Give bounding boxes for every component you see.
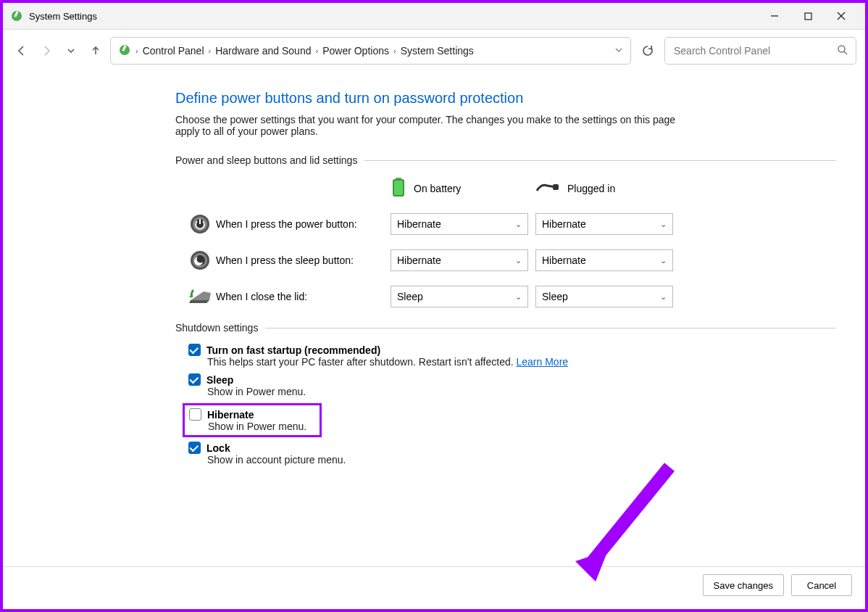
lid-battery-select[interactable]: Sleep⌄ [391,286,528,307]
refresh-button[interactable] [635,38,660,63]
minimize-button[interactable] [758,4,791,28]
save-changes-button[interactable]: Save changes [703,574,784,596]
svg-point-8 [838,46,845,52]
recent-dropdown[interactable] [61,41,81,61]
section-shutdown-label: Shutdown settings [175,322,258,334]
fast-startup-checkbox[interactable] [188,344,201,356]
sleep-button-icon [184,249,216,271]
hibernate-desc: Show in Power menu. [208,421,315,432]
app-icon [10,9,23,22]
navigation-bar: › Control Panel › Hardware and Sound › P… [3,30,865,72]
section-power-lid-label: Power and sleep buttons and lid settings [175,154,357,166]
sleep-title: Sleep [206,374,233,386]
svg-rect-13 [553,184,559,190]
window-title: System Settings [29,11,758,22]
sleep-button-label: When I press the sleep button: [216,255,391,266]
breadcrumb-separator: › [209,46,212,55]
sleep-checkbox[interactable] [188,373,201,386]
power-button-label: When I press the power button: [216,218,391,230]
close-button[interactable] [825,4,858,28]
col-battery-label: On battery [414,183,461,194]
breadcrumb-separator: › [135,46,138,55]
svg-rect-3 [805,13,811,20]
breadcrumb-separator: › [393,46,396,55]
chevron-down-icon: ⌄ [660,256,667,265]
forward-button[interactable] [36,41,57,61]
section-power-lid: Power and sleep buttons and lid settings [175,154,836,166]
svg-rect-12 [394,181,403,195]
power-button-plugged-select[interactable]: Hibernate⌄ [535,213,673,235]
lock-checkbox[interactable] [188,442,201,454]
hibernate-title: Hibernate [207,409,254,421]
location-icon [118,44,131,59]
breadcrumb-system-settings[interactable]: System Settings [401,45,474,57]
battery-icon [391,176,406,200]
lid-plugged-select[interactable]: Sleep⌄ [535,286,673,307]
svg-line-21 [590,467,669,565]
learn-more-link[interactable]: Learn More [517,356,569,368]
sleep-button-battery-select[interactable]: Hibernate⌄ [391,249,528,271]
cancel-button[interactable]: Cancel [791,574,852,596]
breadcrumb-power-options[interactable]: Power Options [322,45,389,57]
hibernate-checkbox[interactable] [189,408,201,421]
hibernate-item: Hibernate Show in Power menu. [189,408,315,432]
search-box[interactable] [664,37,856,65]
svg-line-9 [844,51,847,54]
fast-startup-desc: This helps start your PC faster after sh… [207,356,514,368]
power-button-battery-select[interactable]: Hibernate⌄ [391,213,528,235]
fast-startup-title: Turn on fast startup (recommended) [206,344,380,356]
address-bar[interactable]: › Control Panel › Hardware and Sound › P… [110,37,631,65]
hibernate-highlight: Hibernate Show in Power menu. [183,403,322,437]
footer: Save changes Cancel [3,566,865,603]
chevron-down-icon: ⌄ [660,292,667,302]
sleep-desc: Show in Power menu. [207,386,836,397]
section-shutdown: Shutdown settings [175,322,836,334]
page-description: Choose the power settings that you want … [175,114,690,137]
page-title: Define power buttons and turn on passwor… [175,90,836,107]
breadcrumb-hardware-sound[interactable]: Hardware and Sound [215,45,311,57]
lock-desc: Show in account picture menu. [207,454,836,466]
maximize-button[interactable] [791,4,825,28]
lock-title: Lock [206,442,230,454]
chevron-down-icon: ⌄ [515,292,522,302]
chevron-down-icon: ⌄ [515,256,522,265]
col-plugged-label: Plugged in [567,183,615,194]
plug-icon [535,181,560,196]
lid-icon [184,287,216,306]
up-button[interactable] [85,41,106,61]
address-dropdown[interactable] [614,45,623,57]
sleep-item: Sleep Show in Power menu. [188,373,836,397]
search-icon [837,44,848,58]
chevron-down-icon: ⌄ [660,220,667,229]
breadcrumb-separator: › [315,46,318,55]
lock-item: Lock Show in account picture menu. [188,442,836,466]
search-input[interactable] [672,44,832,57]
power-button-icon [184,213,216,235]
lid-label: When I close the lid: [216,291,391,302]
titlebar: System Settings [3,3,865,30]
chevron-down-icon: ⌄ [515,220,522,229]
sleep-button-plugged-select[interactable]: Hibernate⌄ [535,249,673,271]
back-button[interactable] [12,41,32,61]
breadcrumb-control-panel[interactable]: Control Panel [143,45,204,57]
fast-startup-item: Turn on fast startup (recommended) This … [188,344,836,368]
content-area: Define power buttons and turn on passwor… [3,72,865,479]
